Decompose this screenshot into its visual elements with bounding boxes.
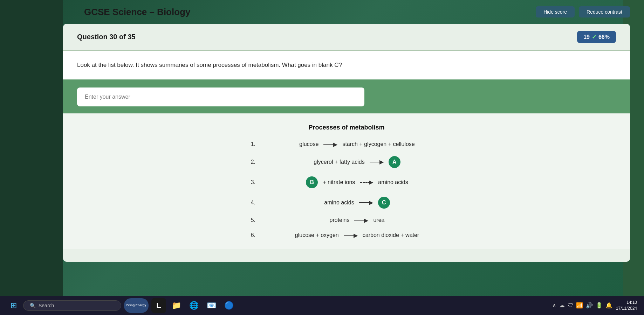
question-text-box: Look at the list below. It shows summari… <box>63 51 630 80</box>
windows-icon: ⊞ <box>11 301 17 310</box>
process-left: proteins <box>330 217 350 223</box>
outlook-app[interactable]: 📧 <box>204 298 219 313</box>
question-label: Question 30 of 35 <box>77 33 136 41</box>
list-item: 5. proteins ▶ urea <box>241 217 452 224</box>
wifi-icon[interactable]: 📶 <box>576 302 583 309</box>
black-app[interactable]: L <box>151 298 166 313</box>
arrow-icon: ▶ <box>344 232 358 239</box>
page-title: GCSE Science – Biology <box>84 7 190 18</box>
process-left: glycerol + fatty acids <box>314 159 364 165</box>
process-num: 3. <box>241 179 255 186</box>
search-label: Search <box>39 303 54 308</box>
process-content: amino acids ▶ C <box>262 197 452 209</box>
badge-C: C <box>378 197 390 209</box>
process-right: urea <box>373 217 384 223</box>
quiz-card: Question 30 of 35 19 ✓ 66% Look at the l… <box>63 24 630 262</box>
folder-app[interactable]: 📁 <box>169 298 184 313</box>
process-left: glucose + oxygen <box>295 232 339 238</box>
list-item: 4. amino acids ▶ C <box>241 197 452 209</box>
process-num: 5. <box>241 217 255 223</box>
score-check-icon: ✓ <box>592 34 596 40</box>
edge-app[interactable]: 🌐 <box>186 298 201 313</box>
bring-energy-app[interactable]: Bring Energy <box>124 298 149 313</box>
battery-icon[interactable]: 🔋 <box>596 302 603 309</box>
taskbar-search-bar[interactable]: 🔍 Search <box>23 300 121 311</box>
badge-B: B <box>306 176 318 188</box>
answer-section <box>63 80 630 113</box>
score-percentage: 66% <box>598 34 610 40</box>
process-num: 1. <box>241 141 255 147</box>
start-button[interactable]: ⊞ <box>7 299 20 312</box>
bring-energy-label: Bring Energy <box>126 303 146 307</box>
notification-icon[interactable]: 🔔 <box>605 302 612 309</box>
process-content: glucose + oxygen ▶ carbon dioxide + wate… <box>262 232 452 239</box>
list-item: 3. B + nitrate ions ▶ amino acids <box>241 176 452 188</box>
score-badge: 19 ✓ 66% <box>577 31 616 43</box>
reduce-contrast-button[interactable]: Reduce contrast <box>579 6 630 18</box>
question-text: Look at the list below. It shows summari… <box>77 61 616 70</box>
cloud-icon[interactable]: ☁ <box>559 302 565 309</box>
taskbar-right: ∧ ☁ 🛡 📶 🔊 🔋 🔔 14:10 17/11/2024 <box>552 300 637 312</box>
dashed-arrow-icon: ▶ <box>360 179 373 186</box>
taskbar-date-display: 17/11/2024 <box>616 306 637 312</box>
process-content: proteins ▶ urea <box>262 217 452 224</box>
process-left: amino acids <box>324 200 354 206</box>
taskbar-time-display: 14:10 <box>616 300 637 306</box>
process-list: 1. glucose ▶ starch + glycogen + cellulo… <box>77 141 616 239</box>
score-correct: 19 <box>583 34 590 40</box>
chevron-up-icon[interactable]: ∧ <box>552 302 556 309</box>
header-buttons: Hide score Reduce contrast <box>536 6 630 18</box>
taskbar-system-icons: ∧ ☁ 🛡 📶 🔊 🔋 🔔 <box>552 302 612 309</box>
left-sidebar <box>0 0 63 296</box>
chrome-app[interactable]: 🔵 <box>221 298 236 313</box>
process-right: carbon dioxide + water <box>363 232 419 238</box>
badge-A: A <box>389 156 400 168</box>
process-middle: + nitrate ions <box>323 179 355 186</box>
list-item: 6. glucose + oxygen ▶ carbon dioxide + w… <box>241 232 452 239</box>
process-content: glucose ▶ starch + glycogen + cellulose <box>262 141 452 148</box>
answer-input[interactable] <box>77 88 364 106</box>
process-content: glycerol + fatty acids ▶ A <box>262 156 452 168</box>
list-item: 2. glycerol + fatty acids ▶ A <box>241 156 452 168</box>
list-item: 1. glucose ▶ starch + glycogen + cellulo… <box>241 141 452 148</box>
arrow-icon: ▶ <box>359 199 373 206</box>
process-right: starch + glycogen + cellulose <box>342 141 415 147</box>
diagram-title: Processes of metabolism <box>77 124 616 131</box>
taskbar: ⊞ 🔍 Search Bring Energy L 📁 🌐 📧 🔵 ∧ ☁ 🛡 … <box>0 296 644 315</box>
process-content: B + nitrate ions ▶ amino acids <box>262 176 452 188</box>
page-header: GCSE Science – Biology Hide score Reduce… <box>63 0 644 24</box>
search-icon: 🔍 <box>30 303 36 308</box>
process-left: glucose <box>299 141 318 147</box>
main-container: GCSE Science – Biology Hide score Reduce… <box>63 0 644 296</box>
process-num: 4. <box>241 200 255 206</box>
question-header: Question 30 of 35 19 ✓ 66% <box>63 24 630 51</box>
taskbar-datetime: 14:10 17/11/2024 <box>616 300 637 312</box>
process-num: 6. <box>241 232 255 238</box>
diagram-area: Processes of metabolism 1. glucose ▶ sta… <box>63 113 630 249</box>
process-num: 2. <box>241 159 255 165</box>
arrow-icon: ▶ <box>370 159 384 165</box>
arrow-icon: ▶ <box>354 217 368 224</box>
arrow-icon: ▶ <box>323 141 337 148</box>
shield-icon[interactable]: 🛡 <box>568 302 573 309</box>
process-right: amino acids <box>378 179 408 186</box>
hide-score-button[interactable]: Hide score <box>536 6 575 18</box>
volume-icon[interactable]: 🔊 <box>586 302 593 309</box>
